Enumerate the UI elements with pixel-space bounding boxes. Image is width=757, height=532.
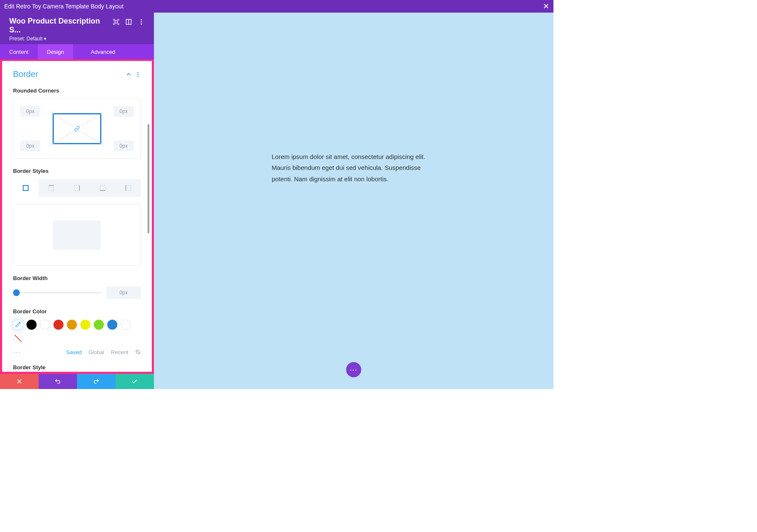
module-header: Woo Product Description S... Preset: Def… xyxy=(0,13,154,44)
color-swatch[interactable] xyxy=(40,320,50,330)
close-icon[interactable]: ✕ xyxy=(543,2,549,11)
slider-thumb[interactable] xyxy=(13,289,20,296)
border-style-label: Border Style xyxy=(13,364,141,371)
color-swatch[interactable] xyxy=(53,320,64,330)
color-swatch[interactable] xyxy=(121,320,131,330)
more-horiz-icon[interactable]: ⋯ xyxy=(13,347,21,357)
module-title: Woo Product Description S... xyxy=(9,17,113,34)
rounded-corners-label: Rounded Corners xyxy=(13,87,141,94)
border-width-slider[interactable] xyxy=(13,292,101,294)
redo-button[interactable] xyxy=(77,374,116,389)
chevron-up-icon[interactable] xyxy=(126,71,132,77)
link-icon xyxy=(73,125,81,132)
border-preview-inner xyxy=(53,220,101,250)
border-styles-label: Border Styles xyxy=(13,168,141,174)
corner-bottom-left-input[interactable] xyxy=(20,140,40,151)
more-vert-icon[interactable] xyxy=(135,71,141,77)
color-palette-footer: ⋯ Saved Global Recent xyxy=(13,347,141,357)
svg-rect-9 xyxy=(23,185,28,191)
page-settings-fab[interactable]: ⋯ xyxy=(346,362,361,377)
main-area: Woo Product Description S... Preset: Def… xyxy=(0,13,553,389)
svg-point-6 xyxy=(138,72,139,73)
section-title: Border xyxy=(13,69,38,79)
save-button[interactable] xyxy=(116,374,154,389)
preview-canvas: Lorem ipsum dolor sit amet, consectetur … xyxy=(154,13,553,389)
border-side-picker xyxy=(13,179,141,197)
tab-content[interactable]: Content xyxy=(0,44,38,59)
border-top-side[interactable] xyxy=(39,179,64,197)
cancel-button[interactable] xyxy=(0,374,39,389)
scrollbar[interactable] xyxy=(148,124,149,233)
svg-rect-14 xyxy=(100,185,105,191)
focus-icon[interactable] xyxy=(113,19,119,25)
undo-icon xyxy=(54,378,61,385)
palette-saved-tab[interactable]: Saved xyxy=(66,349,82,355)
border-bottom-side[interactable] xyxy=(90,179,115,197)
corner-top-left-input[interactable] xyxy=(20,106,40,117)
eyedropper-button[interactable] xyxy=(13,320,23,330)
svg-rect-12 xyxy=(74,185,79,191)
svg-rect-16 xyxy=(126,185,131,191)
chevron-down-icon: ▾ xyxy=(44,36,46,42)
gear-icon[interactable] xyxy=(135,349,141,355)
corner-top-right-input[interactable] xyxy=(114,106,134,117)
rounded-corners-control xyxy=(13,99,141,159)
columns-icon[interactable] xyxy=(125,19,132,25)
product-description-text: Lorem ipsum dolor sit amet, consectetur … xyxy=(272,151,436,185)
color-swatch[interactable] xyxy=(26,320,37,330)
window-titlebar: Edit Retro Toy Camera Template Body Layo… xyxy=(0,0,553,13)
color-swatch[interactable] xyxy=(80,320,90,330)
border-color-label: Border Color xyxy=(13,308,141,315)
svg-point-3 xyxy=(141,19,142,21)
undo-button[interactable] xyxy=(39,374,77,389)
border-left-side[interactable] xyxy=(115,179,141,197)
color-swatches xyxy=(13,320,141,343)
border-width-label: Border Width xyxy=(13,275,141,281)
tab-design[interactable]: Design xyxy=(38,44,73,59)
check-icon xyxy=(131,378,138,385)
palette-recent-tab[interactable]: Recent xyxy=(111,349,128,355)
eyedropper-icon xyxy=(15,322,21,328)
redo-icon xyxy=(93,378,100,385)
palette-global-tab[interactable]: Global xyxy=(88,349,104,355)
svg-point-4 xyxy=(141,21,142,23)
svg-rect-0 xyxy=(115,21,117,23)
sidebar: Woo Product Description S... Preset: Def… xyxy=(0,13,154,389)
border-width-control xyxy=(13,286,141,299)
more-vert-icon[interactable] xyxy=(138,19,145,25)
preset-selector[interactable]: Preset: Default ▾ xyxy=(9,36,113,42)
border-width-input[interactable] xyxy=(106,286,141,299)
color-swatch-none[interactable] xyxy=(13,333,23,343)
link-all-corners[interactable] xyxy=(53,113,101,144)
footer-actions xyxy=(0,374,154,389)
svg-rect-10 xyxy=(49,185,54,191)
section-header[interactable]: Border xyxy=(13,69,141,79)
svg-point-8 xyxy=(138,76,139,77)
close-icon xyxy=(16,378,22,384)
settings-tabs: Content Design Advanced xyxy=(0,44,154,59)
color-swatch[interactable] xyxy=(107,320,117,330)
color-swatch[interactable] xyxy=(67,320,77,330)
border-all-sides[interactable] xyxy=(13,179,39,197)
svg-point-5 xyxy=(141,24,142,25)
panel-highlight: Border Rounded Corners xyxy=(0,59,154,374)
design-panel: Border Rounded Corners xyxy=(2,61,152,372)
border-right-side[interactable] xyxy=(64,179,90,197)
color-swatch[interactable] xyxy=(94,320,104,330)
tab-advanced[interactable]: Advanced xyxy=(82,44,124,59)
corner-bottom-right-input[interactable] xyxy=(114,140,134,151)
border-preview xyxy=(13,204,141,266)
window-title: Edit Retro Toy Camera Template Body Layo… xyxy=(4,3,124,10)
svg-point-7 xyxy=(138,74,139,75)
